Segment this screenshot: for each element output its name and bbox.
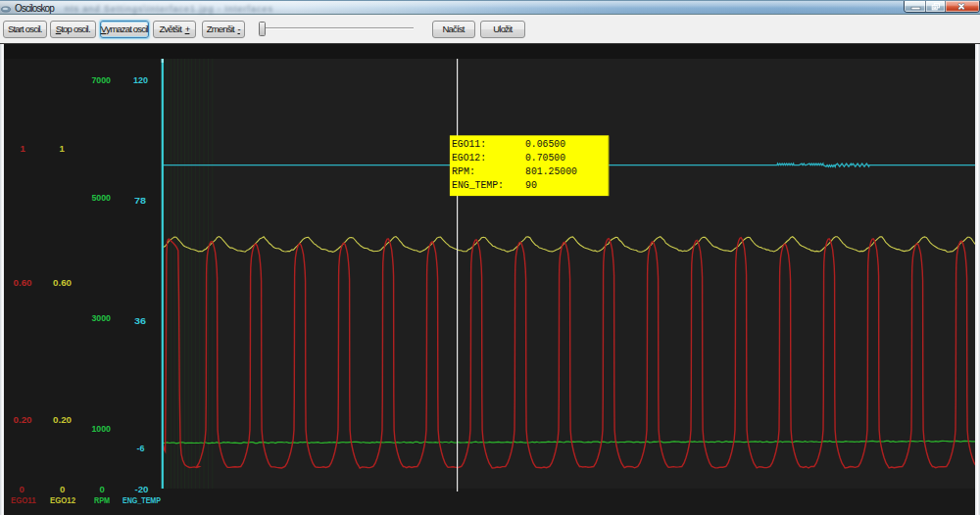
svg-text:801.25000: 801.25000 — [525, 165, 577, 177]
svg-text:ENG_TEMP: ENG_TEMP — [122, 494, 161, 505]
svg-text:-20: -20 — [135, 484, 149, 494]
svg-text:0: 0 — [20, 484, 24, 494]
svg-text:0.60: 0.60 — [14, 277, 32, 288]
svg-text:3000: 3000 — [92, 312, 112, 323]
svg-text:7000: 7000 — [92, 74, 112, 85]
svg-text:1: 1 — [21, 143, 26, 154]
svg-text:0.60: 0.60 — [53, 277, 72, 288]
svg-text:0: 0 — [100, 484, 105, 494]
svg-text:1000: 1000 — [92, 423, 112, 434]
svg-text:0: 0 — [60, 484, 65, 494]
svg-text:ENG_TEMP:: ENG_TEMP: — [452, 179, 504, 191]
svg-text:120: 120 — [133, 74, 148, 85]
svg-text:90: 90 — [525, 179, 537, 191]
svg-text:RPM: RPM — [94, 494, 110, 505]
svg-text:0.20: 0.20 — [14, 414, 32, 425]
svg-text:78: 78 — [134, 195, 146, 206]
svg-text:RPM:: RPM: — [452, 165, 475, 177]
svg-text:0.06500: 0.06500 — [525, 138, 565, 150]
svg-text:36: 36 — [134, 315, 146, 326]
svg-text:EGO12: EGO12 — [50, 494, 75, 505]
svg-text:EGO11: EGO11 — [11, 494, 36, 505]
svg-text:0.20: 0.20 — [53, 414, 72, 425]
svg-text:5000: 5000 — [92, 192, 112, 203]
svg-text:1: 1 — [60, 143, 66, 154]
svg-text:0.70500: 0.70500 — [525, 152, 565, 164]
svg-text:-6: -6 — [137, 443, 145, 453]
svg-text:EGO12:: EGO12: — [452, 152, 486, 164]
svg-text:EGO11:: EGO11: — [452, 138, 486, 150]
